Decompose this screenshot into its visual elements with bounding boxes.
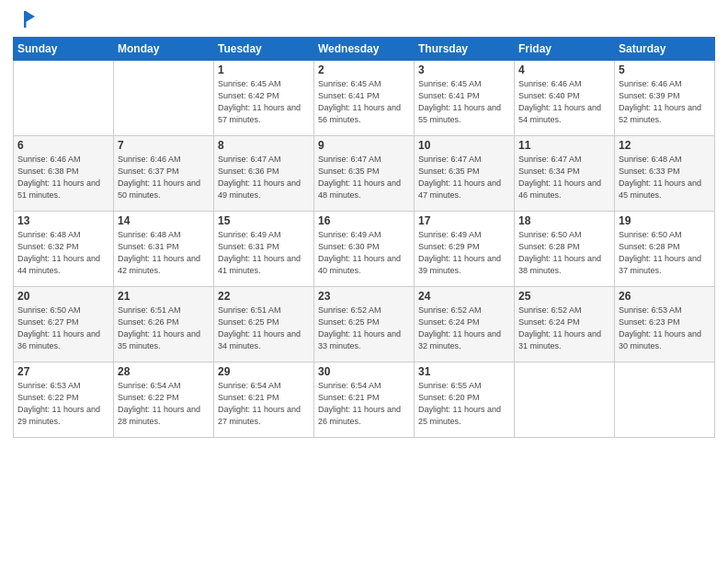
day-number: 28 [118,365,210,378]
calendar-week-row: 6Sunrise: 6:46 AMSunset: 6:38 PMDaylight… [14,136,715,212]
calendar-cell: 24Sunrise: 6:52 AMSunset: 6:24 PMDayligh… [415,287,515,362]
day-number: 7 [118,139,210,152]
day-number: 15 [218,214,310,227]
day-info: Sunrise: 6:51 AMSunset: 6:25 PMDaylight:… [218,304,310,352]
day-number: 14 [118,214,210,227]
weekday-header: Saturday [615,38,715,61]
calendar-cell: 25Sunrise: 6:52 AMSunset: 6:24 PMDayligh… [515,287,615,362]
calendar-cell: 1Sunrise: 6:45 AMSunset: 6:42 PMDaylight… [214,61,314,136]
svg-marker-0 [26,11,35,22]
day-info: Sunrise: 6:47 AMSunset: 6:36 PMDaylight:… [218,154,310,201]
day-info: Sunrise: 6:50 AMSunset: 6:27 PMDaylight:… [17,304,109,352]
calendar-cell: 8Sunrise: 6:47 AMSunset: 6:36 PMDaylight… [214,136,314,212]
weekday-header: Thursday [415,38,515,61]
calendar-cell: 17Sunrise: 6:49 AMSunset: 6:29 PMDayligh… [415,212,515,287]
calendar-week-row: 1Sunrise: 6:45 AMSunset: 6:42 PMDaylight… [14,61,715,136]
day-info: Sunrise: 6:46 AMSunset: 6:37 PMDaylight:… [118,154,210,201]
calendar-cell: 6Sunrise: 6:46 AMSunset: 6:38 PMDaylight… [14,136,114,212]
calendar-body: 1Sunrise: 6:45 AMSunset: 6:42 PMDaylight… [14,61,715,438]
calendar-cell: 21Sunrise: 6:51 AMSunset: 6:26 PMDayligh… [114,287,214,362]
day-number: 10 [418,139,510,152]
calendar-cell: 31Sunrise: 6:55 AMSunset: 6:20 PMDayligh… [415,362,515,438]
calendar-cell: 10Sunrise: 6:47 AMSunset: 6:35 PMDayligh… [415,136,515,212]
day-info: Sunrise: 6:45 AMSunset: 6:41 PMDaylight:… [318,78,410,126]
day-info: Sunrise: 6:46 AMSunset: 6:39 PMDaylight:… [619,78,711,126]
calendar-cell: 3Sunrise: 6:45 AMSunset: 6:41 PMDaylight… [415,61,515,136]
day-info: Sunrise: 6:50 AMSunset: 6:28 PMDaylight:… [619,229,711,277]
day-number: 17 [418,214,510,227]
weekday-header: Tuesday [214,38,314,61]
weekday-header: Sunday [14,38,114,61]
day-info: Sunrise: 6:54 AMSunset: 6:22 PMDaylight:… [118,380,210,428]
day-number: 18 [518,214,610,227]
calendar-cell: 20Sunrise: 6:50 AMSunset: 6:27 PMDayligh… [14,287,114,362]
day-number: 5 [619,63,711,76]
day-info: Sunrise: 6:52 AMSunset: 6:24 PMDaylight:… [418,304,510,352]
calendar-cell [515,362,615,438]
calendar-cell [615,362,715,438]
day-number: 27 [17,365,109,378]
day-info: Sunrise: 6:51 AMSunset: 6:26 PMDaylight:… [118,304,210,352]
day-number: 16 [318,214,410,227]
calendar-cell: 9Sunrise: 6:47 AMSunset: 6:35 PMDaylight… [314,136,415,212]
day-info: Sunrise: 6:49 AMSunset: 6:31 PMDaylight:… [218,229,310,277]
calendar-cell: 23Sunrise: 6:52 AMSunset: 6:25 PMDayligh… [314,287,415,362]
day-info: Sunrise: 6:50 AMSunset: 6:28 PMDaylight:… [518,229,610,277]
calendar-cell: 7Sunrise: 6:46 AMSunset: 6:37 PMDaylight… [114,136,214,212]
day-info: Sunrise: 6:52 AMSunset: 6:25 PMDaylight:… [318,304,410,352]
day-number: 23 [318,290,410,303]
day-info: Sunrise: 6:49 AMSunset: 6:29 PMDaylight:… [418,229,510,277]
day-info: Sunrise: 6:47 AMSunset: 6:34 PMDaylight:… [518,154,610,201]
calendar-header-row: SundayMondayTuesdayWednesdayThursdayFrid… [14,38,715,61]
day-number: 6 [17,139,109,152]
day-info: Sunrise: 6:53 AMSunset: 6:22 PMDaylight:… [17,380,109,428]
calendar-cell: 12Sunrise: 6:48 AMSunset: 6:33 PMDayligh… [615,136,715,212]
day-info: Sunrise: 6:46 AMSunset: 6:40 PMDaylight:… [518,78,610,126]
calendar-cell: 19Sunrise: 6:50 AMSunset: 6:28 PMDayligh… [615,212,715,287]
day-number: 29 [218,365,310,378]
calendar-cell: 16Sunrise: 6:49 AMSunset: 6:30 PMDayligh… [314,212,415,287]
day-info: Sunrise: 6:49 AMSunset: 6:30 PMDaylight:… [318,229,410,277]
day-info: Sunrise: 6:54 AMSunset: 6:21 PMDaylight:… [218,380,310,428]
calendar-cell: 28Sunrise: 6:54 AMSunset: 6:22 PMDayligh… [114,362,214,438]
calendar-cell: 4Sunrise: 6:46 AMSunset: 6:40 PMDaylight… [515,61,615,136]
day-number: 12 [619,139,711,152]
calendar-cell: 14Sunrise: 6:48 AMSunset: 6:31 PMDayligh… [114,212,214,287]
day-number: 4 [518,63,610,76]
day-number: 19 [619,214,711,227]
calendar-cell: 15Sunrise: 6:49 AMSunset: 6:31 PMDayligh… [214,212,314,287]
calendar-cell: 29Sunrise: 6:54 AMSunset: 6:21 PMDayligh… [214,362,314,438]
calendar-cell: 22Sunrise: 6:51 AMSunset: 6:25 PMDayligh… [214,287,314,362]
day-number: 20 [17,290,109,303]
calendar-week-row: 27Sunrise: 6:53 AMSunset: 6:22 PMDayligh… [14,362,715,438]
calendar-cell [14,61,114,136]
day-info: Sunrise: 6:45 AMSunset: 6:41 PMDaylight:… [418,78,510,126]
day-info: Sunrise: 6:47 AMSunset: 6:35 PMDaylight:… [318,154,410,201]
calendar-cell: 5Sunrise: 6:46 AMSunset: 6:39 PMDaylight… [615,61,715,136]
calendar-cell: 26Sunrise: 6:53 AMSunset: 6:23 PMDayligh… [615,287,715,362]
day-info: Sunrise: 6:48 AMSunset: 6:31 PMDaylight:… [118,229,210,277]
day-info: Sunrise: 6:52 AMSunset: 6:24 PMDaylight:… [518,304,610,352]
logo [13,9,35,29]
day-info: Sunrise: 6:54 AMSunset: 6:21 PMDaylight:… [318,380,410,428]
day-info: Sunrise: 6:47 AMSunset: 6:35 PMDaylight:… [418,154,510,201]
day-number: 31 [418,365,510,378]
weekday-header: Wednesday [314,38,415,61]
day-info: Sunrise: 6:53 AMSunset: 6:23 PMDaylight:… [619,304,711,352]
day-info: Sunrise: 6:55 AMSunset: 6:20 PMDaylight:… [418,380,510,428]
day-info: Sunrise: 6:45 AMSunset: 6:42 PMDaylight:… [218,78,310,126]
day-number: 24 [418,290,510,303]
day-number: 22 [218,290,310,303]
calendar-cell: 27Sunrise: 6:53 AMSunset: 6:22 PMDayligh… [14,362,114,438]
calendar-cell: 13Sunrise: 6:48 AMSunset: 6:32 PMDayligh… [14,212,114,287]
day-number: 25 [518,290,610,303]
day-number: 11 [518,139,610,152]
header [13,9,715,29]
calendar-page: SundayMondayTuesdayWednesdayThursdayFrid… [0,0,728,563]
weekday-header: Monday [114,38,214,61]
calendar-cell: 18Sunrise: 6:50 AMSunset: 6:28 PMDayligh… [515,212,615,287]
calendar-table: SundayMondayTuesdayWednesdayThursdayFrid… [13,37,715,438]
day-number: 21 [118,290,210,303]
calendar-cell: 11Sunrise: 6:47 AMSunset: 6:34 PMDayligh… [515,136,615,212]
day-number: 8 [218,139,310,152]
